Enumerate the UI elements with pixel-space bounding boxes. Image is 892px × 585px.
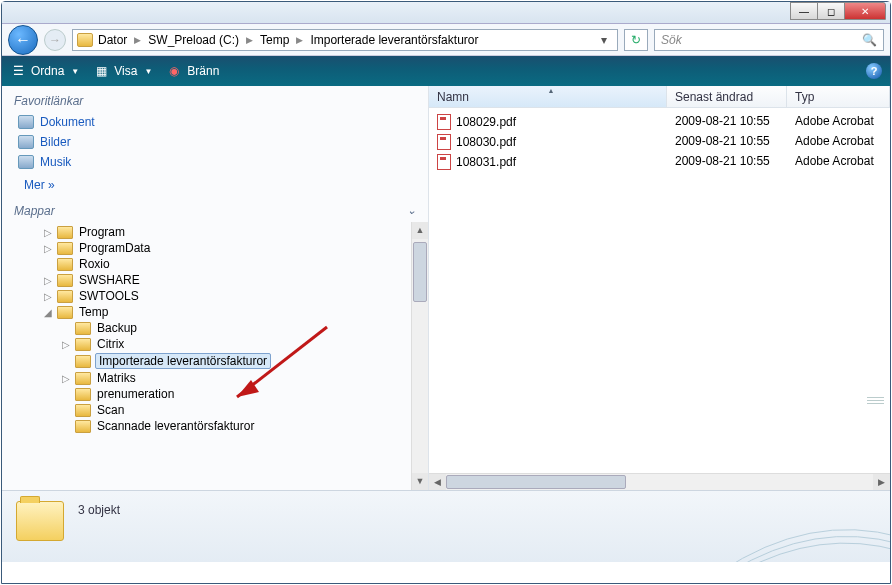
file-row[interactable]: 108031.pdf2009-08-21 10:55Adobe Acrobat bbox=[429, 152, 890, 172]
back-button[interactable]: ← bbox=[8, 25, 38, 55]
favorite-label: Dokument bbox=[40, 115, 95, 129]
pdf-icon bbox=[437, 154, 451, 170]
breadcrumb-item[interactable]: Importerade leverantörsfakturor bbox=[307, 33, 481, 47]
tree-node[interactable]: prenumeration bbox=[24, 386, 428, 402]
address-dropdown[interactable]: ▾ bbox=[595, 33, 613, 47]
breadcrumb-item[interactable]: Dator bbox=[95, 33, 130, 47]
folder-icon bbox=[75, 322, 91, 335]
search-input[interactable]: Sök 🔍 bbox=[654, 29, 884, 51]
folder-tree: ▷Program▷ProgramDataRoxio▷SWSHARE▷SWTOOL… bbox=[2, 222, 428, 490]
tree-label: prenumeration bbox=[95, 387, 176, 401]
help-button[interactable]: ? bbox=[866, 63, 882, 79]
tree-node[interactable]: Scannade leverantörsfakturor bbox=[24, 418, 428, 434]
view-label: Visa bbox=[114, 64, 137, 78]
pdf-icon bbox=[437, 114, 451, 130]
favorite-link[interactable]: Bilder bbox=[2, 132, 428, 152]
file-list-pane: Namn Senast ändrad Typ 108029.pdf2009-08… bbox=[429, 86, 890, 490]
favorite-icon bbox=[18, 135, 34, 149]
tree-node[interactable]: ▷Program bbox=[24, 224, 428, 240]
file-row[interactable]: 108030.pdf2009-08-21 10:55Adobe Acrobat bbox=[429, 132, 890, 152]
tree-node[interactable]: Roxio bbox=[24, 256, 428, 272]
nav-bar: ← → Dator▶ SW_Preload (C:)▶ Temp▶ Import… bbox=[2, 24, 890, 56]
tree-node[interactable]: Scan bbox=[24, 402, 428, 418]
view-button[interactable]: ▦ Visa ▼ bbox=[93, 63, 152, 79]
toolbar: ☰ Ordna ▼ ▦ Visa ▼ ◉ Bränn ? bbox=[2, 56, 890, 86]
content-area: Favoritlänkar DokumentBilderMusik Mer Ma… bbox=[2, 86, 890, 490]
navigation-pane: Favoritlänkar DokumentBilderMusik Mer Ma… bbox=[2, 86, 429, 490]
address-bar[interactable]: Dator▶ SW_Preload (C:)▶ Temp▶ Importerad… bbox=[72, 29, 618, 51]
scroll-left-button[interactable]: ◀ bbox=[429, 474, 446, 490]
tree-node[interactable]: ▷SWTOOLS bbox=[24, 288, 428, 304]
tree-node[interactable]: ▷Matriks bbox=[24, 370, 428, 386]
folder-icon bbox=[77, 33, 93, 47]
file-row[interactable]: 108029.pdf2009-08-21 10:55Adobe Acrobat bbox=[429, 112, 890, 132]
favorites-more[interactable]: Mer bbox=[2, 172, 428, 198]
burn-button[interactable]: ◉ Bränn bbox=[166, 63, 219, 79]
organize-button[interactable]: ☰ Ordna ▼ bbox=[10, 63, 79, 79]
column-type[interactable]: Typ bbox=[787, 86, 890, 107]
folder-icon bbox=[16, 501, 64, 541]
expand-icon[interactable]: ▷ bbox=[42, 275, 53, 286]
chevron-down-icon: ⌄ bbox=[407, 204, 416, 218]
tree-node[interactable]: Backup bbox=[24, 320, 428, 336]
refresh-button[interactable]: ↻ bbox=[624, 29, 648, 51]
scroll-thumb[interactable] bbox=[446, 475, 626, 489]
expand-icon[interactable]: ◢ bbox=[42, 307, 53, 318]
favorite-link[interactable]: Musik bbox=[2, 152, 428, 172]
expand-icon[interactable]: ▷ bbox=[60, 339, 71, 350]
organize-label: Ordna bbox=[31, 64, 64, 78]
tree-node[interactable]: ◢Temp bbox=[24, 304, 428, 320]
horizontal-scrollbar[interactable]: ◀ ▶ bbox=[429, 473, 890, 490]
file-name: 108029.pdf bbox=[456, 115, 516, 129]
chevron-down-icon: ▼ bbox=[71, 67, 79, 76]
folder-icon bbox=[57, 274, 73, 287]
tree-node[interactable]: ▷SWSHARE bbox=[24, 272, 428, 288]
scroll-right-button[interactable]: ▶ bbox=[873, 474, 890, 490]
window-frame: — ◻ ✕ ← → Dator▶ SW_Preload (C:)▶ Temp▶ … bbox=[1, 1, 891, 584]
tree-label: ProgramData bbox=[77, 241, 152, 255]
burn-icon: ◉ bbox=[166, 63, 182, 79]
search-icon: 🔍 bbox=[862, 33, 877, 47]
chevron-right-icon: ▶ bbox=[244, 35, 255, 45]
scroll-up-button[interactable]: ▲ bbox=[412, 222, 428, 239]
vertical-scrollbar[interactable]: ▲ ▼ bbox=[411, 222, 428, 490]
minimize-button[interactable]: — bbox=[790, 2, 818, 20]
view-icon: ▦ bbox=[93, 63, 109, 79]
folder-icon bbox=[75, 388, 91, 401]
file-name: 108030.pdf bbox=[456, 135, 516, 149]
expand-icon[interactable]: ▷ bbox=[42, 227, 53, 238]
expand-icon[interactable]: ▷ bbox=[42, 291, 53, 302]
breadcrumb-item[interactable]: SW_Preload (C:) bbox=[145, 33, 242, 47]
column-date[interactable]: Senast ändrad bbox=[667, 86, 787, 107]
expand-icon[interactable]: ▷ bbox=[60, 373, 71, 384]
close-button[interactable]: ✕ bbox=[844, 2, 886, 20]
file-type: Adobe Acrobat bbox=[787, 154, 890, 170]
tree-node[interactable]: Importerade leverantörsfakturor bbox=[24, 352, 428, 370]
tree-node[interactable]: ▷Citrix bbox=[24, 336, 428, 352]
scroll-thumb[interactable] bbox=[413, 242, 427, 302]
tree-label: Backup bbox=[95, 321, 139, 335]
maximize-button[interactable]: ◻ bbox=[817, 2, 845, 20]
favorite-label: Musik bbox=[40, 155, 71, 169]
folder-icon bbox=[57, 258, 73, 271]
file-date: 2009-08-21 10:55 bbox=[667, 154, 787, 170]
favorite-label: Bilder bbox=[40, 135, 71, 149]
folders-heading[interactable]: Mappar ⌄ bbox=[2, 198, 428, 222]
burn-label: Bränn bbox=[187, 64, 219, 78]
tree-label: SWTOOLS bbox=[77, 289, 141, 303]
decorative-swoosh bbox=[720, 502, 890, 562]
column-headers: Namn Senast ändrad Typ bbox=[429, 86, 890, 108]
scroll-down-button[interactable]: ▼ bbox=[412, 473, 428, 490]
column-name[interactable]: Namn bbox=[429, 86, 667, 107]
expand-icon[interactable]: ▷ bbox=[42, 243, 53, 254]
organize-icon: ☰ bbox=[10, 63, 26, 79]
favorite-link[interactable]: Dokument bbox=[2, 112, 428, 132]
search-placeholder: Sök bbox=[661, 33, 682, 47]
breadcrumb-item[interactable]: Temp bbox=[257, 33, 292, 47]
tree-node[interactable]: ▷ProgramData bbox=[24, 240, 428, 256]
titlebar: — ◻ ✕ bbox=[2, 2, 890, 24]
chevron-right-icon: ▶ bbox=[294, 35, 305, 45]
tree-label: Roxio bbox=[77, 257, 112, 271]
folder-icon bbox=[75, 372, 91, 385]
file-list: 108029.pdf2009-08-21 10:55Adobe Acrobat1… bbox=[429, 108, 890, 176]
